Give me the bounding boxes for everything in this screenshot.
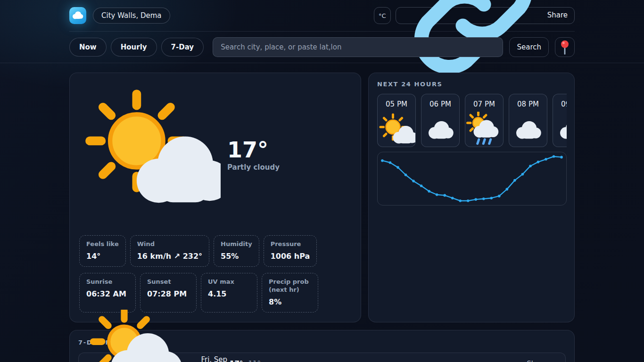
hourly-temp-chart[interactable] bbox=[377, 152, 567, 206]
hour-weather-icon bbox=[509, 112, 547, 147]
hour-card[interactable]: 09 PM 15° 0% bbox=[553, 94, 567, 147]
current-weather-icon bbox=[79, 83, 221, 227]
next-24-hours-card: NEXT 24 HOURS 05 PM 17° 15% 06 PM 16° 8%… bbox=[368, 73, 575, 322]
stat-value: 06:32 AM bbox=[86, 289, 129, 298]
main-content: 17° Partly cloudy Feels like 14° Wind 16… bbox=[63, 73, 581, 362]
stat-label: Sunrise bbox=[86, 278, 129, 286]
hour-time: 06 PM bbox=[421, 100, 459, 108]
stat-pressure: Pressure 1006 hPa bbox=[264, 235, 317, 267]
tab-now[interactable]: Now bbox=[69, 38, 107, 57]
unit-toggle-button[interactable]: °C bbox=[374, 7, 391, 24]
pushpin-icon bbox=[555, 38, 574, 57]
stat-label: Humidity bbox=[221, 240, 252, 248]
day-condition: Showers bbox=[527, 360, 557, 362]
day-weather-icon bbox=[87, 340, 193, 362]
current-condition-label: Partly cloudy bbox=[227, 163, 280, 172]
stat-value: 4.15 bbox=[208, 289, 250, 298]
hour-card[interactable]: 06 PM 16° 8% bbox=[421, 94, 460, 147]
stat-precip-prob: Precip prob (next hr) 8% bbox=[262, 273, 318, 313]
stat-label: UV max bbox=[208, 278, 250, 286]
seven-day-forecast-card: 7-DAY FORECAST Fri, Sep 12 17° 11° Showe… bbox=[69, 330, 575, 362]
hour-weather-icon bbox=[421, 112, 459, 147]
search-input[interactable] bbox=[213, 37, 503, 57]
share-button[interactable]: Share bbox=[396, 7, 575, 24]
locate-button[interactable] bbox=[555, 37, 575, 57]
stat-value: 55% bbox=[221, 252, 252, 261]
stat-label: Feels like bbox=[86, 240, 119, 248]
app-logo-button[interactable] bbox=[69, 7, 86, 24]
day-low-temp: 11° bbox=[248, 360, 261, 362]
stat-value: 07:28 PM bbox=[147, 289, 190, 298]
stat-uv-max: UV max 4.15 bbox=[201, 273, 257, 313]
hour-weather-icon bbox=[553, 112, 567, 147]
current-stats-row-1: Feels like 14° Wind 16 km/h ↗ 232° Humid… bbox=[79, 235, 351, 267]
stat-wind: Wind 16 km/h ↗ 232° bbox=[130, 235, 209, 267]
stat-value: 16 km/h ↗ 232° bbox=[137, 252, 202, 261]
stat-sunrise: Sunrise 06:32 AM bbox=[79, 273, 136, 313]
stat-label: Sunset bbox=[147, 278, 190, 286]
hour-time: 08 PM bbox=[509, 100, 547, 108]
current-conditions-card: 17° Partly cloudy Feels like 14° Wind 16… bbox=[69, 73, 361, 322]
stat-label: Pressure bbox=[271, 240, 310, 248]
hour-card[interactable]: 07 PM 16° 3% bbox=[465, 94, 504, 147]
stat-sunset: Sunset 07:28 PM bbox=[140, 273, 197, 313]
cloud-logo-icon bbox=[69, 7, 86, 25]
stat-label: Precip prob (next hr) bbox=[269, 278, 311, 294]
next-24-hours-title: NEXT 24 HOURS bbox=[377, 81, 566, 88]
hour-weather-icon bbox=[378, 112, 415, 147]
stat-label: Wind bbox=[137, 240, 202, 248]
tab-hourly[interactable]: Hourly bbox=[111, 38, 157, 57]
hour-card[interactable]: 05 PM 17° 15% bbox=[377, 94, 416, 147]
stat-value: 8% bbox=[269, 297, 311, 306]
share-button-label: Share bbox=[547, 11, 568, 19]
forecast-list: Fri, Sep 12 17° 11° Showers Sat, Sep 13 … bbox=[78, 353, 566, 362]
hour-time: 09 PM bbox=[553, 100, 567, 108]
hourly-strip[interactable]: 05 PM 17° 15% 06 PM 16° 8% 07 PM 16° 3% bbox=[377, 94, 567, 147]
stat-feels-like: Feels like 14° bbox=[79, 235, 126, 267]
stat-value: 14° bbox=[86, 252, 119, 261]
stat-value: 1006 hPa bbox=[271, 252, 310, 261]
search-button[interactable]: Search bbox=[509, 37, 549, 57]
app-header: City Walls, Dema °C Share bbox=[0, 0, 644, 32]
current-temperature: 17° bbox=[227, 139, 280, 161]
stat-humidity: Humidity 55% bbox=[214, 235, 259, 267]
location-chip[interactable]: City Walls, Dema bbox=[93, 8, 170, 24]
hour-time: 07 PM bbox=[465, 100, 503, 108]
hour-card[interactable]: 08 PM 15° 0% bbox=[509, 94, 547, 147]
day-high-temp: 17° bbox=[230, 360, 243, 362]
current-stats-row-2: Sunrise 06:32 AM Sunset 07:28 PM UV max … bbox=[79, 273, 351, 313]
hour-time: 05 PM bbox=[378, 100, 415, 108]
hour-weather-icon bbox=[465, 112, 503, 147]
tab-7day[interactable]: 7-Day bbox=[161, 38, 204, 57]
